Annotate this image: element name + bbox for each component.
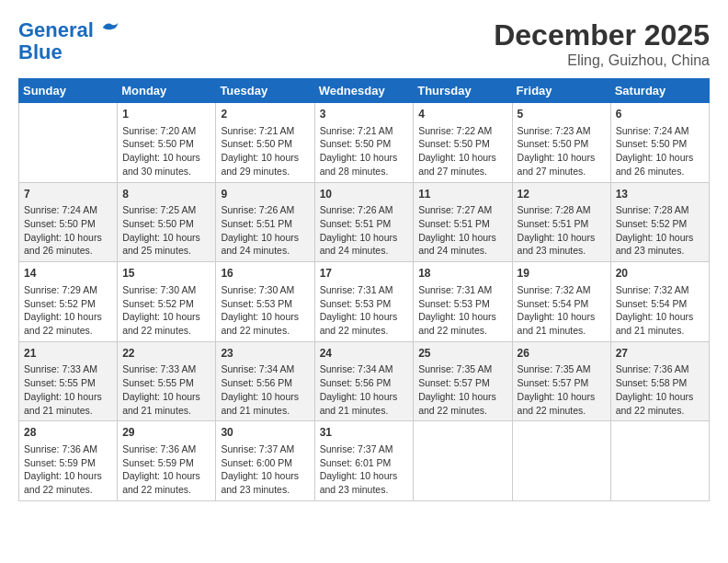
sunset-text: Sunset: 5:55 PM [24,377,96,388]
sunset-text: Sunset: 5:54 PM [616,298,688,309]
page-header: General Blue December 2025 Eling, Guizho… [18,18,710,69]
day-number: 10 [320,187,409,202]
sunrise-text: Sunrise: 7:34 AM [221,363,294,374]
sunset-text: Sunset: 5:50 PM [221,138,292,149]
daylight-text: Daylight: 10 hours and 22 minutes. [122,311,200,336]
daylight-text: Daylight: 10 hours and 27 minutes. [418,152,496,177]
calendar-cell: 2Sunrise: 7:21 AMSunset: 5:50 PMDaylight… [216,103,314,183]
calendar-cell: 22Sunrise: 7:33 AMSunset: 5:55 PMDayligh… [118,341,216,421]
sunset-text: Sunset: 6:00 PM [221,457,292,468]
logo-text: General [18,18,119,41]
calendar-cell: 31Sunrise: 7:37 AMSunset: 6:01 PMDayligh… [314,421,414,501]
sunrise-text: Sunrise: 7:31 AM [320,284,393,295]
daylight-text: Daylight: 10 hours and 24 minutes. [418,232,496,257]
calendar-cell: 28Sunrise: 7:36 AMSunset: 5:59 PMDayligh… [19,421,118,501]
sunrise-text: Sunrise: 7:21 AM [221,125,294,136]
calendar-cell: 7Sunrise: 7:24 AMSunset: 5:50 PMDaylight… [19,182,118,262]
sunrise-text: Sunrise: 7:36 AM [24,443,97,454]
sunrise-text: Sunrise: 7:22 AM [418,125,492,136]
sunset-text: Sunset: 5:57 PM [418,377,490,388]
logo: General Blue [18,18,119,63]
sunset-text: Sunset: 5:50 PM [418,138,490,149]
sunset-text: Sunset: 5:50 PM [518,138,589,149]
sunrise-text: Sunrise: 7:35 AM [418,363,492,374]
daylight-text: Daylight: 10 hours and 22 minutes. [320,311,398,336]
weekday-header-row: SundayMondayTuesdayWednesdayThursdayFrid… [19,79,710,103]
daylight-text: Daylight: 10 hours and 22 minutes. [418,311,496,336]
calendar-cell: 13Sunrise: 7:28 AMSunset: 5:52 PMDayligh… [610,182,709,262]
month-title: December 2025 [494,18,710,52]
sunset-text: Sunset: 5:52 PM [24,298,96,309]
calendar-cell: 30Sunrise: 7:37 AMSunset: 6:00 PMDayligh… [216,421,314,501]
calendar-cell: 25Sunrise: 7:35 AMSunset: 5:57 PMDayligh… [414,341,512,421]
daylight-text: Daylight: 10 hours and 21 minutes. [24,391,102,416]
sunset-text: Sunset: 5:50 PM [320,138,392,149]
sunset-text: Sunset: 5:51 PM [221,218,292,229]
sunrise-text: Sunrise: 7:33 AM [122,363,196,374]
daylight-text: Daylight: 10 hours and 22 minutes. [24,311,102,336]
daylight-text: Daylight: 10 hours and 22 minutes. [122,470,200,495]
daylight-text: Daylight: 10 hours and 25 minutes. [122,232,200,257]
calendar-cell: 19Sunrise: 7:32 AMSunset: 5:54 PMDayligh… [512,262,610,342]
daylight-text: Daylight: 10 hours and 30 minutes. [122,152,200,177]
calendar-cell: 15Sunrise: 7:30 AMSunset: 5:52 PMDayligh… [118,262,216,342]
day-number: 25 [418,346,506,362]
logo-bird-icon [101,18,119,37]
sunset-text: Sunset: 5:50 PM [122,138,194,149]
daylight-text: Daylight: 10 hours and 22 minutes. [616,391,694,416]
daylight-text: Daylight: 10 hours and 26 minutes. [24,232,102,257]
daylight-text: Daylight: 10 hours and 26 minutes. [616,152,694,177]
day-number: 15 [122,266,210,282]
calendar-cell: 12Sunrise: 7:28 AMSunset: 5:51 PMDayligh… [512,182,610,262]
daylight-text: Daylight: 10 hours and 23 minutes. [320,470,398,495]
sunrise-text: Sunrise: 7:31 AM [418,284,492,295]
week-row-3: 14Sunrise: 7:29 AMSunset: 5:52 PMDayligh… [19,262,710,342]
calendar-cell: 11Sunrise: 7:27 AMSunset: 5:51 PMDayligh… [414,182,512,262]
location: Eling, Guizhou, China [494,52,710,69]
daylight-text: Daylight: 10 hours and 24 minutes. [221,232,299,257]
daylight-text: Daylight: 10 hours and 22 minutes. [221,311,299,336]
sunrise-text: Sunrise: 7:30 AM [221,284,294,295]
sunset-text: Sunset: 5:52 PM [122,298,194,309]
calendar-cell: 9Sunrise: 7:26 AMSunset: 5:51 PMDaylight… [216,182,314,262]
daylight-text: Daylight: 10 hours and 23 minutes. [518,232,596,257]
daylight-text: Daylight: 10 hours and 22 minutes. [518,391,596,416]
sunrise-text: Sunrise: 7:37 AM [320,443,393,454]
calendar-cell: 23Sunrise: 7:34 AMSunset: 5:56 PMDayligh… [216,341,314,421]
sunrise-text: Sunrise: 7:24 AM [616,125,689,136]
sunrise-text: Sunrise: 7:33 AM [24,363,97,374]
daylight-text: Daylight: 10 hours and 28 minutes. [320,152,398,177]
day-number: 21 [24,346,112,362]
sunset-text: Sunset: 5:59 PM [24,457,96,468]
weekday-saturday: Saturday [610,79,709,103]
day-number: 19 [518,266,606,282]
calendar-cell: 14Sunrise: 7:29 AMSunset: 5:52 PMDayligh… [19,262,118,342]
daylight-text: Daylight: 10 hours and 22 minutes. [24,470,102,495]
daylight-text: Daylight: 10 hours and 23 minutes. [221,470,299,495]
sunset-text: Sunset: 5:56 PM [221,377,292,388]
day-number: 23 [221,346,309,362]
sunrise-text: Sunrise: 7:24 AM [24,204,97,215]
sunset-text: Sunset: 5:53 PM [221,298,292,309]
week-row-5: 28Sunrise: 7:36 AMSunset: 5:59 PMDayligh… [19,421,710,501]
day-number: 5 [518,107,606,122]
sunrise-text: Sunrise: 7:36 AM [616,363,689,374]
sunset-text: Sunset: 5:51 PM [518,218,589,229]
sunset-text: Sunset: 5:54 PM [518,298,589,309]
sunrise-text: Sunrise: 7:26 AM [320,204,393,215]
sunset-text: Sunset: 5:53 PM [320,298,392,309]
calendar-cell: 5Sunrise: 7:23 AMSunset: 5:50 PMDaylight… [512,103,610,183]
sunset-text: Sunset: 5:51 PM [320,218,392,229]
sunrise-text: Sunrise: 7:35 AM [518,363,591,374]
weekday-thursday: Thursday [414,79,512,103]
calendar-cell: 20Sunrise: 7:32 AMSunset: 5:54 PMDayligh… [610,262,709,342]
weekday-sunday: Sunday [19,79,118,103]
day-number: 6 [616,107,704,122]
sunrise-text: Sunrise: 7:28 AM [518,204,591,215]
calendar-cell: 18Sunrise: 7:31 AMSunset: 5:53 PMDayligh… [414,262,512,342]
daylight-text: Daylight: 10 hours and 21 minutes. [320,391,398,416]
sunrise-text: Sunrise: 7:21 AM [320,125,393,136]
sunset-text: Sunset: 5:50 PM [24,218,96,229]
calendar-cell: 1Sunrise: 7:20 AMSunset: 5:50 PMDaylight… [118,103,216,183]
day-number: 27 [616,346,704,362]
